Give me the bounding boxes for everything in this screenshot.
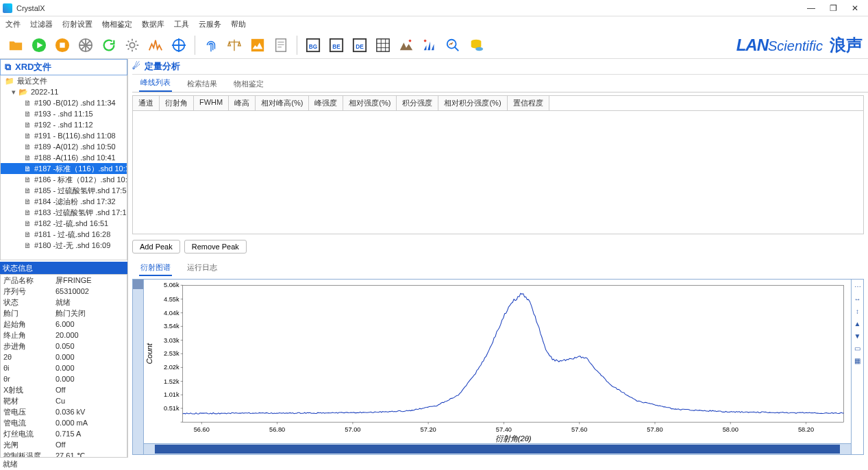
chart-fit-v-icon[interactable]: ↕ (853, 307, 863, 317)
column-header[interactable]: 置信程度 (508, 96, 549, 110)
svg-text:0.51k: 0.51k (164, 405, 179, 412)
add-peak-button[interactable]: Add Peak (132, 240, 180, 253)
play-button[interactable] (29, 35, 49, 55)
chart-vscroll[interactable] (133, 280, 144, 454)
aperture-button[interactable] (75, 35, 96, 55)
column-header[interactable]: 峰强度 (309, 96, 343, 110)
chart3d-button[interactable] (419, 35, 440, 55)
open-folder-button[interactable] (5, 35, 26, 55)
tab-search-results[interactable]: 检索结果 (186, 76, 219, 92)
database-cloud-button[interactable] (466, 35, 486, 55)
file-icon: 🗎 (24, 121, 32, 129)
file-item[interactable]: 🗎#183 -过硫酸氢钾 .shd 17:15 (1, 207, 127, 218)
menu-filter[interactable]: 过滤器 (30, 19, 53, 29)
column-header[interactable]: 通道 (133, 96, 160, 110)
status-row: 终止角20.000 (1, 330, 127, 341)
peak-table-header: 通道衍射角FWHM峰高相对峰高(%)峰强度相对强度(%)积分强度相对积分强度(%… (132, 95, 864, 111)
menubar: 文件 过滤器 衍射设置 物相鉴定 数据库 工具 云服务 帮助 (0, 16, 868, 32)
be-button[interactable]: BE (326, 35, 347, 55)
svg-text:57.60: 57.60 (571, 425, 587, 432)
file-item[interactable]: 🗎#188 -A(116) .shd 10:41 (1, 152, 127, 163)
chart-hscroll[interactable] (144, 443, 851, 454)
tab-peaklist[interactable]: 峰线列表 (139, 75, 172, 92)
file-item[interactable]: 🗎#180 -过-无 .shd 16:09 (1, 240, 127, 251)
toolbar: BG BE DE LANScientific 浪声 (0, 32, 868, 59)
chart-grid-icon[interactable]: ▦ (853, 356, 863, 366)
statusbar-text: 就绪 (3, 459, 18, 469)
file-item[interactable]: 🗎#190 -B(012) .shd 11:34 (1, 97, 127, 108)
xrd-files-header: ⧉ XRD文件 (0, 59, 127, 75)
menu-diff-settings[interactable]: 衍射设置 (62, 19, 92, 29)
column-header[interactable]: 衍射角 (160, 96, 194, 110)
refresh-button[interactable] (99, 35, 119, 55)
file-item[interactable]: 🗎#189 -A(012) .shd 10:50 (1, 141, 127, 152)
file-item[interactable]: 🗎#191 - B(116).shd 11:08 (1, 130, 127, 141)
tab-phase-id[interactable]: 物相鉴定 (232, 76, 265, 92)
column-header[interactable]: 相对峰高(%) (256, 96, 309, 110)
file-icon: 🗎 (24, 153, 32, 162)
column-header[interactable]: 峰高 (229, 96, 256, 110)
chart-down-icon[interactable]: ▼ (853, 332, 863, 341)
svg-rect-14 (377, 38, 389, 51)
menu-tools[interactable]: 工具 (174, 19, 189, 29)
folder-item[interactable]: ▾ 📂2022-11 (1, 86, 127, 97)
tab-diffraction-pattern[interactable]: 衍射图谱 (139, 260, 172, 276)
file-icon: 🗎 (24, 110, 32, 118)
chart-menu-icon[interactable]: ⋯ (853, 282, 863, 292)
close-button[interactable]: ✕ (845, 1, 865, 15)
column-header[interactable]: 积分强度 (397, 96, 438, 110)
menu-cloud[interactable]: 云服务 (199, 19, 221, 29)
column-header[interactable]: 相对积分强度(%) (438, 96, 507, 110)
file-item[interactable]: 🗎#182 -过-硫.shd 16:51 (1, 218, 127, 229)
analysis-icon: ☄ (132, 61, 140, 71)
tab-run-log[interactable]: 运行日志 (186, 260, 219, 276)
menu-phase-id[interactable]: 物相鉴定 (102, 19, 132, 29)
file-item[interactable]: 🗎#181 - 过-硫.shd 16:28 (1, 229, 127, 240)
grid-button[interactable] (373, 35, 393, 55)
svg-text:衍射角(2θ): 衍射角(2θ) (495, 434, 532, 443)
folder-icon: 📂 (18, 88, 28, 97)
mountains-button[interactable] (396, 35, 417, 55)
file-icon: 🗎 (24, 164, 32, 173)
file-item[interactable]: 🗎#184 -滤油粉 .shd 17:32 (1, 196, 127, 207)
chart-up-icon[interactable]: ▲ (853, 319, 863, 329)
folder-item[interactable]: 📁最近文件 (1, 75, 127, 86)
maximize-button[interactable]: ❐ (823, 1, 843, 15)
chart-fit-h-icon[interactable]: ↔ (853, 295, 863, 304)
analysis-tabs: 峰线列表 检索结果 物相鉴定 (132, 75, 868, 93)
column-header[interactable]: 相对强度(%) (343, 96, 397, 110)
peaks-button[interactable] (145, 35, 166, 55)
file-icon: 🗎 (24, 197, 32, 206)
menu-file[interactable]: 文件 (5, 19, 21, 29)
file-item[interactable]: 🗎#192 - .shd 11:12 (1, 119, 127, 130)
menu-help[interactable]: 帮助 (231, 19, 246, 29)
folder-icon: 📁 (5, 77, 14, 86)
file-item[interactable]: 🗎#187 -标准（116）.shd 10:12 (1, 163, 127, 174)
diffraction-plot[interactable]: 0.51k1.01k1.52k2.02k2.53k3.03k3.54k4.04k… (144, 280, 851, 443)
svg-text:58.00: 58.00 (723, 425, 739, 432)
balance-button[interactable] (224, 35, 245, 55)
minimize-button[interactable]: — (801, 1, 821, 15)
menu-database[interactable]: 数据库 (142, 19, 164, 29)
column-header[interactable]: FWHM (194, 96, 229, 110)
status-header: 状态信息 (0, 262, 127, 274)
chart-rect-icon[interactable]: ▭ (853, 344, 863, 354)
target-button[interactable] (169, 35, 189, 55)
file-item[interactable]: 🗎#185 - 过硫酸氢钾.shd 17:55 (1, 185, 127, 196)
file-item[interactable]: 🗎#186 - 标准（012）.shd 10:00 (1, 174, 127, 185)
file-icon: 🗎 (24, 143, 32, 151)
file-tree[interactable]: 📁最近文件▾ 📂2022-11🗎#190 -B(012) .shd 11:34🗎… (0, 75, 127, 260)
gear-button[interactable] (122, 35, 142, 55)
file-icon: 🗎 (24, 219, 32, 227)
stop-button[interactable] (52, 35, 73, 55)
report-button[interactable] (271, 35, 291, 55)
file-item[interactable]: 🗎#193 - .shd 11:15 (1, 108, 127, 119)
remove-peak-button[interactable]: Remove Peak (184, 240, 247, 253)
de-button[interactable]: DE (349, 35, 370, 55)
fingerprint-button[interactable] (201, 35, 221, 55)
peak-table-body[interactable] (132, 111, 864, 234)
chart-area-button[interactable] (247, 35, 268, 55)
search-chart-button[interactable] (443, 35, 463, 55)
bg-button[interactable]: BG (303, 35, 323, 55)
svg-text:57.00: 57.00 (345, 425, 360, 432)
